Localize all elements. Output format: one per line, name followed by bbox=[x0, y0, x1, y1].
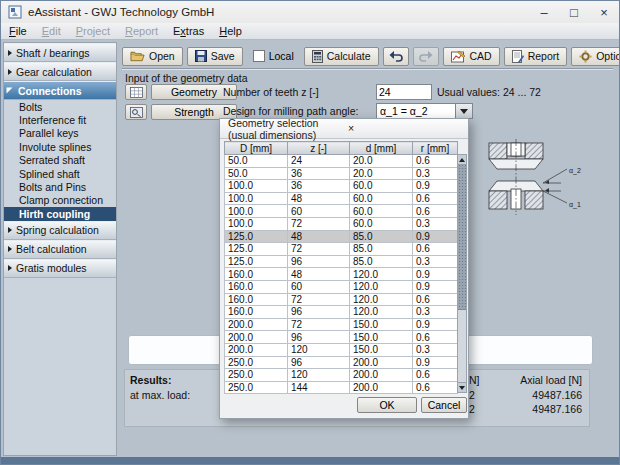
cancel-button[interactable]: Cancel bbox=[421, 397, 467, 413]
toolbar-separator bbox=[122, 68, 613, 69]
table-row[interactable]: 50.02420.00.6 bbox=[225, 155, 458, 168]
calculate-label: Calculate bbox=[327, 50, 371, 62]
menu-file[interactable]: File bbox=[9, 25, 27, 37]
column-header-z[interactable]: z [-] bbox=[288, 142, 350, 155]
scroll-down-icon[interactable] bbox=[458, 382, 466, 392]
menu-help[interactable]: Help bbox=[219, 25, 242, 37]
results-row-label: at max. load: bbox=[130, 389, 190, 401]
results-clipped-value: 2 bbox=[469, 389, 475, 401]
close-button[interactable]: × bbox=[589, 1, 619, 23]
sidebar-item-gratis-modules[interactable]: Gratis modules bbox=[4, 259, 116, 278]
local-checkbox[interactable] bbox=[253, 50, 265, 62]
strength-icon bbox=[130, 107, 143, 118]
table-row[interactable]: 160.096120.00.3 bbox=[225, 306, 458, 319]
axial-load-value: 49487.166 bbox=[532, 389, 582, 401]
main-toolbar: Open Save Local Calculate bbox=[122, 45, 614, 67]
axial-load-header: Axial load [N] bbox=[520, 374, 582, 386]
table-row[interactable]: 250.0120200.00.6 bbox=[225, 369, 458, 382]
save-label: Save bbox=[211, 50, 235, 62]
geometry-table-header[interactable]: D [mm]z [-]d [mm]r [mm] bbox=[225, 142, 458, 155]
sidebar-item-shaft-bearings[interactable]: Shaft / bearings bbox=[4, 43, 116, 62]
column-header-r-mm[interactable]: r [mm] bbox=[413, 142, 458, 155]
sidebar-item-splined-shaft[interactable]: Splined shaft bbox=[4, 167, 116, 180]
results-clipped-header: N] bbox=[469, 374, 480, 386]
sidebar-item-bolts-and-pins[interactable]: Bolts and Pins bbox=[4, 180, 116, 193]
table-row[interactable]: 125.07285.00.6 bbox=[225, 243, 458, 256]
sidebar-item-parallel-keys[interactable]: Parallel keys bbox=[4, 127, 116, 140]
grid-icon bbox=[130, 87, 143, 98]
geometry-table: D [mm]z [-]d [mm]r [mm] 50.02420.00.650.… bbox=[224, 141, 458, 394]
undo-button[interactable] bbox=[383, 47, 409, 66]
table-row[interactable]: 200.096150.00.6 bbox=[225, 331, 458, 344]
menu-extras[interactable]: Extras bbox=[173, 25, 204, 37]
sidebar-item-hirth-coupling[interactable]: Hirth coupling bbox=[4, 207, 116, 220]
table-row[interactable]: 250.096200.00.9 bbox=[225, 356, 458, 369]
minimize-button[interactable]: – bbox=[529, 1, 559, 23]
dialog-close-icon[interactable]: × bbox=[348, 123, 460, 134]
strength-icon-button[interactable] bbox=[125, 104, 147, 120]
collapsed-triangle-icon bbox=[8, 69, 12, 75]
sidebar-item-clamp-connection[interactable]: Clamp connection bbox=[4, 194, 116, 207]
sidebar-item-gear-calculation[interactable]: Gear calculation bbox=[4, 62, 116, 81]
column-header-d-mm[interactable]: D [mm] bbox=[225, 142, 288, 155]
redo-icon bbox=[418, 50, 434, 62]
scrollbar-thumb[interactable] bbox=[458, 164, 466, 310]
app-icon bbox=[8, 5, 22, 19]
table-row[interactable]: 200.0120150.00.3 bbox=[225, 343, 458, 356]
sidebar-item-involute-splines[interactable]: Involute splines bbox=[4, 140, 116, 153]
local-label: Local bbox=[269, 50, 294, 62]
report-button[interactable]: Report bbox=[504, 47, 568, 66]
options-label: Options bbox=[596, 50, 620, 62]
table-row[interactable]: 200.072150.00.9 bbox=[225, 318, 458, 331]
table-row[interactable]: 160.048120.00.9 bbox=[225, 268, 458, 281]
geometry-icon-button[interactable] bbox=[125, 84, 147, 100]
table-row[interactable]: 160.072120.00.6 bbox=[225, 293, 458, 306]
options-button[interactable]: Options bbox=[571, 47, 620, 66]
table-scrollbar[interactable] bbox=[457, 154, 467, 393]
calculate-button[interactable]: Calculate bbox=[304, 47, 379, 66]
open-label: Open bbox=[149, 50, 175, 62]
angle-combobox[interactable]: α_1 = α_2 bbox=[376, 103, 473, 119]
sidebar-item-connections[interactable]: Connections bbox=[4, 81, 116, 100]
angle-combobox-value[interactable]: α_1 = α_2 bbox=[376, 103, 456, 119]
table-row[interactable]: 100.07260.00.3 bbox=[225, 217, 458, 230]
teeth-input[interactable]: 24 bbox=[376, 84, 432, 100]
report-label: Report bbox=[528, 50, 560, 62]
sidebar-item-bolts[interactable]: Bolts bbox=[4, 100, 116, 113]
report-icon bbox=[512, 50, 524, 63]
geometry-selection-dialog: Geometry selection (usual dimensions) × … bbox=[219, 118, 469, 419]
table-row[interactable]: 160.060120.00.9 bbox=[225, 280, 458, 293]
hirth-coupling-diagram: α_2 α_1 bbox=[485, 139, 585, 239]
table-row[interactable]: 125.04885.00.9 bbox=[225, 230, 458, 243]
ok-button[interactable]: OK bbox=[357, 397, 417, 413]
window-bottom-bar bbox=[1, 457, 619, 464]
local-checkbox-group[interactable]: Local bbox=[253, 50, 294, 62]
table-row[interactable]: 100.06060.00.6 bbox=[225, 205, 458, 218]
sidebar-item-interference-fit[interactable]: Interference fit bbox=[4, 113, 116, 126]
alpha1-label: α_1 bbox=[569, 201, 581, 209]
sidebar-item-belt-calculation[interactable]: Belt calculation bbox=[4, 240, 116, 259]
collapsed-triangle-icon bbox=[8, 50, 12, 56]
cad-button[interactable]: CAD bbox=[443, 47, 500, 66]
open-folder-icon bbox=[130, 50, 145, 62]
table-row[interactable]: 50.03620.00.3 bbox=[225, 167, 458, 180]
open-button[interactable]: Open bbox=[122, 47, 183, 66]
table-row[interactable]: 100.03660.00.9 bbox=[225, 180, 458, 193]
sidebar: Shaft / bearingsGear calculationConnecti… bbox=[3, 42, 117, 456]
teeth-hint: Usual values: 24 ... 72 bbox=[437, 86, 541, 98]
table-row[interactable]: 100.04860.00.6 bbox=[225, 192, 458, 205]
table-row[interactable]: 250.0144200.00.6 bbox=[225, 381, 458, 394]
column-header-d-mm[interactable]: d [mm] bbox=[350, 142, 413, 155]
maximize-button[interactable]: □ bbox=[559, 1, 589, 23]
calculator-icon bbox=[312, 50, 323, 63]
collapsed-triangle-icon bbox=[8, 227, 12, 233]
table-row[interactable]: 125.09685.00.3 bbox=[225, 255, 458, 268]
sidebar-item-serrated-shaft[interactable]: Serrated shaft bbox=[4, 154, 116, 167]
save-button[interactable]: Save bbox=[187, 47, 243, 66]
teeth-label: Number of teeth z [-] bbox=[223, 86, 319, 98]
undo-icon bbox=[388, 50, 404, 62]
angle-combobox-arrow[interactable] bbox=[456, 103, 473, 119]
sidebar-item-spring-calculation[interactable]: Spring calculation bbox=[4, 221, 116, 240]
menu-report: Report bbox=[125, 25, 158, 37]
menu-edit: Edit bbox=[42, 25, 61, 37]
